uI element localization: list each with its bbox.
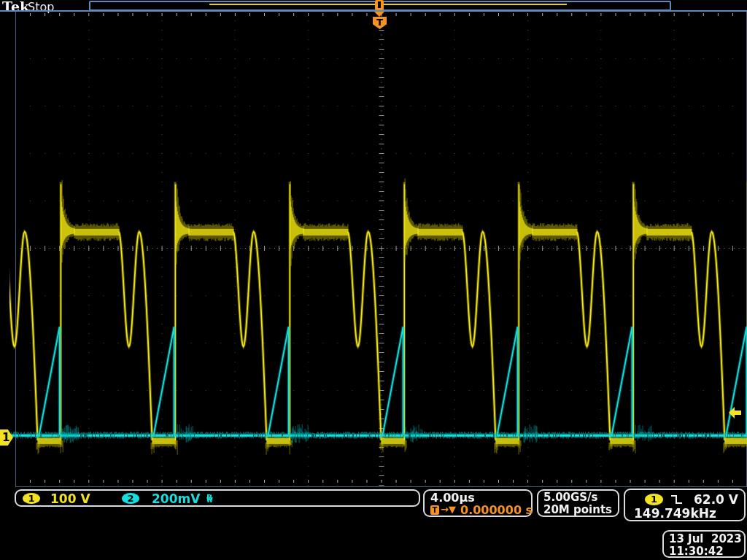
tek-logo: Tek [2, 0, 29, 15]
trigger-delay-value: 0.000000 s [460, 503, 533, 517]
trigger-position-arrow-icon [374, 12, 384, 17]
top-divider-line [0, 10, 747, 12]
waveform-display [0, 0, 747, 560]
expansion-point-handle[interactable] [375, 0, 384, 10]
ch1-badge[interactable]: 1 [23, 493, 40, 504]
trigger-source-badge: 1 [645, 494, 663, 505]
date-label: 13 Jul 2023 [669, 532, 742, 545]
time-label: 11:30:42 [669, 545, 724, 558]
datetime-box: 13 Jul 2023 11:30:42 [662, 530, 746, 558]
acquisition-status: Stop [28, 0, 54, 14]
oscilloscope-screen: Tek Stop T 1 1 100 V 2 200mV BW 4.00μs T… [0, 0, 747, 560]
trigger-readout-box[interactable]: 1 62.0 V 149.749kHz [624, 489, 746, 521]
horizontal-readout-box[interactable]: 4.00μs T →▼ 0.000000 s [423, 489, 533, 517]
ch2-scale: 200mV [152, 491, 200, 506]
trigger-level: 62.0 V [694, 492, 738, 507]
record-length: 20M points [543, 503, 612, 516]
handle-slot [378, 1, 381, 8]
channel-readout-box[interactable]: 1 100 V 2 200mV BW [15, 489, 420, 507]
acquisition-readout-box[interactable]: 5.00GS/s 20M points [537, 489, 619, 517]
delay-arrow-icon: →▼ [441, 504, 456, 515]
sample-rate: 5.00GS/s [543, 491, 598, 504]
ch2-bandwidth-limit-icon: BW [206, 493, 213, 504]
trigger-delay-icon: T [430, 505, 439, 515]
falling-edge-icon [670, 493, 684, 506]
ch1-scale: 100 V [50, 491, 90, 506]
record-waveform-line [209, 4, 567, 5]
trigger-level-arrow-icon[interactable] [729, 406, 742, 419]
ch2-badge[interactable]: 2 [122, 493, 139, 504]
trigger-frequency: 149.749kHz [634, 506, 716, 521]
